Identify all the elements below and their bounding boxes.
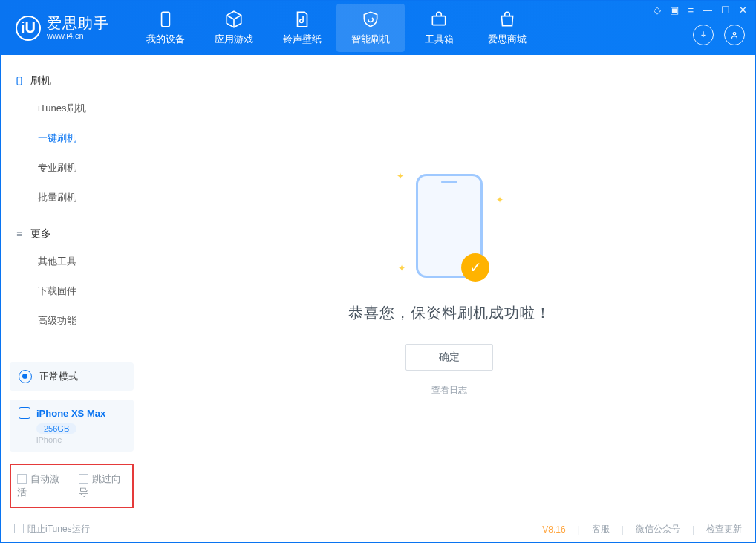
brand-url: www.i4.cn [47, 31, 109, 40]
sidebar-item-download-firmware[interactable]: 下载固件 [1, 276, 143, 306]
wechat-link[interactable]: 微信公众号 [636, 523, 680, 536]
sparkle-icon: ✦ [398, 263, 405, 273]
phone-icon [14, 76, 25, 86]
sparkle-icon: ✦ [397, 171, 404, 181]
download-button[interactable] [693, 25, 714, 45]
mode-icon [19, 370, 32, 383]
version-label: V8.16 [542, 524, 565, 535]
success-illustration: ✓ ✦ ✦ ✦ [416, 174, 483, 278]
shirt-icon[interactable]: ◇ [654, 4, 661, 16]
body-area: 刷机 iTunes刷机 一键刷机 专业刷机 批量刷机 ≡ 更多 其他工具 下载固… [1, 55, 755, 516]
svg-rect-0 [162, 12, 170, 27]
group-title: 更多 [30, 227, 51, 241]
svg-rect-1 [432, 16, 445, 25]
minimize-button[interactable]: — [703, 4, 712, 16]
window-controls: ◇ ▣ ≡ — ☐ ✕ [654, 4, 747, 16]
sidebar: 刷机 iTunes刷机 一键刷机 专业刷机 批量刷机 ≡ 更多 其他工具 下载固… [1, 55, 143, 516]
checkbox-icon [17, 474, 27, 484]
sidebar-group-more: ≡ 更多 [1, 221, 143, 247]
title-bar: iU 爱思助手 www.i4.cn 我的设备 应用游戏 铃声壁纸 智能刷机 工具… [1, 1, 755, 55]
device-card[interactable]: iPhone XS Max 256GB iPhone [10, 400, 134, 452]
brand-logo[interactable]: iU 爱思助手 www.i4.cn [16, 15, 109, 40]
shield-refresh-icon [361, 10, 380, 29]
menu-icon[interactable]: ≡ [688, 4, 694, 16]
main-panel: ✓ ✦ ✦ ✦ 恭喜您，保资料刷机成功啦！ 确定 查看日志 [143, 55, 755, 516]
nav-tabs: 我的设备 应用游戏 铃声壁纸 智能刷机 工具箱 爱思商城 [131, 4, 541, 52]
user-icon [729, 30, 740, 40]
tab-flash[interactable]: 智能刷机 [336, 4, 405, 52]
tab-label: 智能刷机 [351, 33, 390, 46]
tab-toolbox[interactable]: 工具箱 [405, 4, 473, 52]
music-file-icon [293, 10, 312, 29]
group-title: 刷机 [30, 74, 51, 88]
user-controls [693, 25, 745, 45]
checkbox-icon [79, 474, 88, 484]
support-link[interactable]: 客服 [592, 523, 610, 536]
device-name: iPhone XS Max [36, 408, 105, 419]
success-message: 恭喜您，保资料刷机成功啦！ [348, 303, 551, 323]
checkbox-icon [14, 524, 24, 533]
check-badge-icon: ✓ [461, 253, 489, 282]
options-row: 自动激活 跳过向导 [10, 464, 134, 508]
confirm-button[interactable]: 确定 [405, 344, 493, 371]
layout-icon[interactable]: ▣ [670, 4, 679, 16]
device-icon [156, 10, 175, 29]
tab-label: 我的设备 [146, 33, 185, 46]
view-log-link[interactable]: 查看日志 [431, 384, 467, 397]
phone-outline-icon: ✓ [416, 174, 483, 278]
logo-icon: iU [16, 16, 41, 41]
sidebar-item-pro-flash[interactable]: 专业刷机 [1, 153, 143, 183]
sidebar-group-flash: 刷机 [1, 68, 143, 94]
mode-card[interactable]: 正常模式 [10, 362, 134, 391]
toolbox-icon [429, 10, 449, 29]
sidebar-item-itunes-flash[interactable]: iTunes刷机 [1, 94, 143, 123]
tab-label: 应用游戏 [215, 33, 253, 46]
tab-label: 铃声壁纸 [283, 33, 322, 46]
download-icon [698, 30, 708, 40]
tab-ringtone[interactable]: 铃声壁纸 [268, 4, 336, 52]
bag-icon [498, 10, 517, 29]
device-type: iPhone [36, 435, 125, 444]
tab-store[interactable]: 爱思商城 [473, 4, 541, 52]
checkbox-skip-guide[interactable]: 跳过向导 [79, 472, 127, 499]
sidebar-item-advanced[interactable]: 高级功能 [1, 306, 143, 336]
svg-rect-3 [17, 77, 22, 85]
cube-icon [224, 10, 244, 29]
check-update-link[interactable]: 检查更新 [706, 523, 742, 536]
tab-label: 爱思商城 [488, 33, 527, 46]
sparkle-icon: ✦ [496, 195, 504, 205]
checkbox-auto-activate[interactable]: 自动激活 [17, 472, 65, 499]
brand-text: 爱思助手 www.i4.cn [47, 15, 109, 40]
checkbox-block-itunes[interactable]: 阻止iTunes运行 [14, 523, 90, 536]
footer: 阻止iTunes运行 V8.16 | 客服 | 微信公众号 | 检查更新 [1, 516, 755, 542]
svg-point-2 [733, 32, 736, 35]
list-icon: ≡ [14, 229, 25, 239]
tab-label: 工具箱 [425, 33, 454, 46]
device-capacity: 256GB [36, 423, 76, 434]
tab-my-device[interactable]: 我的设备 [131, 4, 200, 52]
account-button[interactable] [724, 25, 745, 45]
device-icon [19, 407, 30, 419]
brand-name: 爱思助手 [47, 15, 109, 31]
sidebar-item-batch-flash[interactable]: 批量刷机 [1, 183, 143, 212]
mode-label: 正常模式 [39, 370, 78, 383]
close-button[interactable]: ✕ [739, 4, 747, 16]
sidebar-item-other-tools[interactable]: 其他工具 [1, 247, 143, 276]
maximize-button[interactable]: ☐ [721, 4, 730, 16]
sidebar-item-oneclick-flash[interactable]: 一键刷机 [1, 123, 143, 153]
tab-apps[interactable]: 应用游戏 [200, 4, 268, 52]
